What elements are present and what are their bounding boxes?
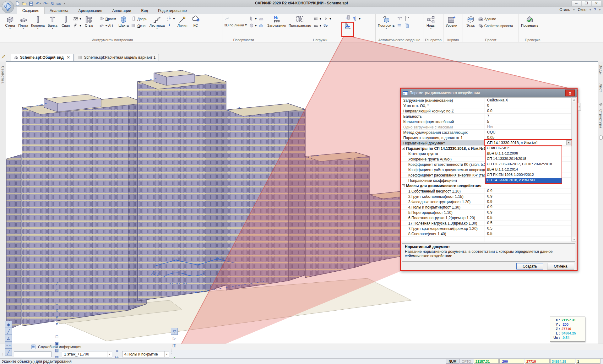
property-row[interactable]: Бальность 7 [401, 114, 571, 119]
ribbon-tab[interactable]: Аналитика [45, 7, 73, 14]
help-menu[interactable]: ? [594, 8, 596, 12]
delta-h-button[interactable]: ± ΔН [99, 23, 117, 29]
doc-tab-analytic-model[interactable]: Scheme.spf:Расчетная модель вариант 1 [75, 54, 159, 61]
dropdown-item[interactable]: СП 14.13330.2018, с Изм.№1 [486, 178, 562, 183]
view-solid-button[interactable]: ▣ [53, 340, 60, 347]
build-button[interactable]: Построить▾ [377, 15, 396, 30]
sheet-panel-tab[interactable]: Лист [599, 84, 603, 92]
scroll-down-icon[interactable] [572, 237, 576, 242]
draw-line-button[interactable]: ╱ [53, 280, 60, 287]
space-button[interactable]: Пространство [288, 15, 312, 28]
column-button[interactable]: Колонна▾ [30, 15, 46, 30]
minimize-button[interactable]: ─ [572, 1, 581, 6]
property-row[interactable]: 7.Грунт кратковременный(врем.кр 1.20) 0.… [401, 226, 571, 231]
properties-panel-tab[interactable]: Свойства [1, 66, 5, 84]
surface-solid-button[interactable]: ▾ [248, 23, 258, 29]
nodes-button[interactable]: Ноды▾ [425, 15, 437, 30]
table-filter-button[interactable]: ◫ [171, 342, 178, 349]
property-row[interactable]: Количество форм колебаний 5 [401, 119, 571, 124]
insert-points-button[interactable]: ▾ [166, 16, 176, 22]
more-caret[interactable]: ▾ [53, 320, 60, 327]
truss-button[interactable]: ▾ [73, 16, 82, 22]
surface-dome-button[interactable] [258, 16, 264, 22]
window-button[interactable]: Окно [131, 23, 148, 29]
ribbon-tab[interactable]: Аннотации [107, 7, 136, 14]
auto-floors-button[interactable] [396, 23, 403, 29]
draw-circle-button[interactable]: ⊙ [53, 287, 60, 294]
property-row[interactable]: 6.Полезная нагрузка 1,2(врем.кр 1.20) 0.… [401, 215, 571, 220]
property-row[interactable]: 8.Снеговое(снег 1.40) 0.5 [401, 231, 571, 236]
levels-button[interactable]: Уровни [445, 15, 458, 28]
dialog-scrollbar[interactable] [571, 97, 577, 242]
rail-load-button[interactable]: ▾ [312, 23, 322, 29]
stairs-button[interactable]: Лестница▾ [149, 15, 166, 30]
ribbon-tab[interactable]: Армирование [73, 7, 107, 14]
pick-filter-button[interactable]: ▷ [171, 335, 178, 342]
dropdown-item[interactable]: СНиП II-7-81* [486, 146, 562, 151]
storey-combo[interactable]: 1 этаж_+1,700 ▼ [62, 351, 112, 357]
loadcases-button[interactable]: №Загружения [266, 15, 287, 28]
load-combo-caret-icon[interactable]: ▼ [164, 351, 169, 357]
opening-button[interactable]: Проем [99, 16, 117, 22]
storey-button[interactable]: Этаж [464, 15, 477, 28]
ks-button[interactable]: КС [189, 15, 202, 28]
ribbon-tab[interactable]: Редактирование [153, 7, 192, 14]
scroll-up-icon[interactable] [572, 97, 576, 102]
building-button[interactable]: Здание [477, 16, 514, 22]
auto-docs-button[interactable] [404, 23, 410, 29]
wall-button[interactable]: Стена▾ [4, 15, 16, 30]
property-row[interactable]: Массы для динамического воздействия [401, 183, 571, 188]
surface-panel-button[interactable]: ▾ [248, 16, 258, 22]
edit-pencil-icon[interactable] [0, 53, 6, 60]
view-shaded-button[interactable]: ▤ [53, 347, 60, 354]
orto-toggle[interactable]: ОРТО [459, 359, 473, 364]
views-panel-tab[interactable]: Виды [599, 65, 603, 75]
snap-points-toggle[interactable]: ∘∘ [5, 342, 12, 349]
door-button[interactable]: Дверь [131, 16, 148, 22]
property-row[interactable]: 17.Полезная нагрузка 1,3(врем.кр 1.30) 0… [401, 220, 571, 226]
line-button[interactable]: Линия [176, 15, 189, 28]
property-row[interactable]: 3.Фасадные конструкции(пост 1.20) 0.9 [401, 199, 571, 204]
distributed-load-button[interactable]: ▾ [312, 16, 322, 22]
snap-line-toggle[interactable]: ╱ [5, 328, 12, 335]
window-menu[interactable]: Окно [578, 8, 586, 12]
dropdown-item[interactable]: СП РК EN 1998-1:2004/2012 [486, 172, 562, 178]
ribbon-tab[interactable]: Вид [136, 7, 153, 14]
doc-tab-general-view[interactable]: Scheme.spf:Общий вид ✕ [11, 54, 73, 61]
separator[interactable] [54, 327, 56, 333]
slab-button[interactable]: Плита▾ [17, 15, 30, 30]
create-button[interactable]: Создать [516, 263, 543, 269]
ortho-corner-button[interactable]: ∟ [53, 300, 60, 307]
doc-tab-close-icon[interactable]: ✕ [67, 55, 70, 60]
property-row[interactable]: 2.Грунт собственный(пост 1.15) 0.9 [401, 194, 571, 199]
separator[interactable] [171, 349, 173, 354]
storey-combo-caret-icon[interactable]: ▼ [107, 351, 112, 357]
dropdown-item[interactable]: СП 14.13330.2014/2018 [486, 156, 562, 162]
check-button[interactable]: Проверить [520, 15, 539, 28]
combo-caret-icon[interactable]: ▼ [566, 140, 571, 145]
vehicle-load-button[interactable] [323, 23, 332, 29]
structure-panel-tab[interactable]: Структура [599, 109, 603, 128]
snap-segment-toggle[interactable]: ╱ [5, 349, 12, 356]
dropdown-item[interactable]: ДБН В.1.1-12:2006 [486, 151, 562, 156]
style-menu[interactable]: Стиль [559, 8, 570, 12]
project-properties-button[interactable]: Свойства проекта [477, 23, 514, 29]
restore-button[interactable]: ❐ [582, 1, 591, 6]
lock-y-button[interactable]: y [53, 313, 60, 320]
normative-document-combo[interactable]: СП 14.13330.2018, с Изм.№1 ▼ [485, 140, 571, 145]
separator[interactable] [54, 274, 56, 280]
dialog-close-button[interactable]: x [565, 90, 575, 96]
property-row[interactable] [401, 236, 571, 242]
property-row[interactable]: Параметр затухания, в долях от 1 0.05 [401, 135, 571, 140]
property-row[interactable]: 5.Перегородки(пост 1.10) 0.9 [401, 210, 571, 215]
property-row[interactable]: Одно загружение с массами Нет [401, 124, 571, 130]
dropdown-scroll-th[interactable]: ≡ [578, 103, 581, 111]
dropdown-item[interactable]: СП РК 2.03-30-2017, СН КР 20-02:2018 [486, 162, 562, 167]
view-wire-button[interactable]: □ [53, 333, 60, 340]
auto-slab-button[interactable] [396, 16, 403, 22]
property-row[interactable]: Загружение (наименование) Сейсмика X [401, 98, 571, 103]
joint-button[interactable]: Стык [83, 15, 95, 28]
line3d-button[interactable]: 3D по линии▾ [224, 23, 247, 27]
property-row[interactable]: Угол отн. ОХ, ° 0 [401, 103, 571, 108]
point-load-button[interactable]: ▾ [323, 16, 332, 22]
